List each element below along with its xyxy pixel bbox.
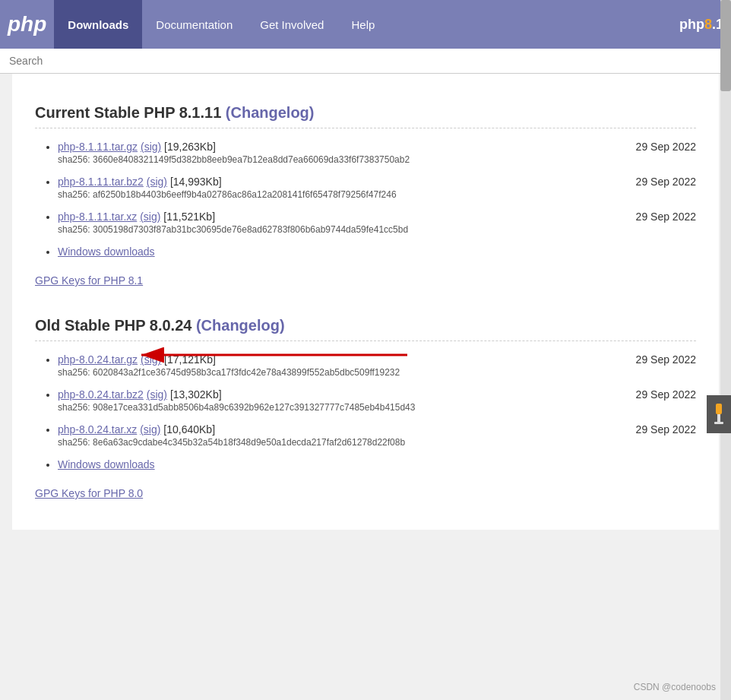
php81-badge: php8.1	[679, 17, 723, 33]
sha256-8024-targz: sha256: 6020843a2f1ce36745d958b3ca17f3fd…	[58, 367, 696, 378]
dl-size-8024-tarbz2: [13,302Kb]	[170, 388, 222, 401]
dl-sig-811-tarxz[interactable]: (sig)	[140, 211, 160, 223]
list-item: php-8.1.11.tar.gz (sig) [19,263Kb] 29 Se…	[58, 141, 696, 165]
dl-size-811-tarbz2: [14,993Kb]	[170, 176, 222, 188]
changelog-link-8024[interactable]: (Changelog)	[196, 317, 285, 334]
dl-link-8024-tarxz[interactable]: php-8.0.24.tar.xz	[58, 423, 137, 436]
list-item: php-8.1.11.tar.bz2 (sig) [14,993Kb] 29 S…	[58, 176, 696, 200]
section-heading-php811: Current Stable PHP 8.1.11 (Changelog)	[35, 104, 696, 122]
gpg-link-811[interactable]: GPG Keys for PHP 8.1	[35, 274, 143, 287]
section-heading-php8024: Old Stable PHP 8.0.24 (Changelog)	[35, 317, 696, 334]
dl-link-8024-targz[interactable]: php-8.0.24.tar.gz	[58, 353, 138, 366]
sha256-811-tarbz2: sha256: af6250b18b4403b6eeff9b4a02786ac8…	[58, 189, 696, 200]
dl-sig-8024-tarxz[interactable]: (sig)	[140, 423, 160, 436]
dl-date-811-tarxz: 29 Sep 2022	[636, 211, 696, 223]
usb-icon	[707, 395, 731, 433]
windows-dl-8024[interactable]: Windows downloads	[58, 458, 155, 470]
dl-size-8024-tarxz: [10,640Kb]	[163, 423, 215, 436]
nav-help[interactable]: Help	[337, 0, 388, 49]
search-bar	[0, 49, 731, 74]
search-input[interactable]	[9, 55, 722, 67]
dl-link-811-tarbz2[interactable]: php-8.1.11.tar.bz2	[58, 176, 144, 188]
windows-dl-811[interactable]: Windows downloads	[58, 245, 155, 258]
dl-size-811-tarxz: [11,521Kb]	[163, 211, 215, 223]
dl-date-8024-targz: 29 Sep 2022	[636, 353, 696, 366]
download-list-811: php-8.1.11.tar.gz (sig) [19,263Kb] 29 Se…	[35, 141, 696, 258]
nav-bar: php Downloads Documentation Get Involved…	[0, 0, 731, 49]
list-item: php-8.0.24.tar.gz (sig) [17,121Kb] 29 Se…	[58, 353, 696, 378]
nav-downloads[interactable]: Downloads	[54, 0, 142, 49]
dl-date-8024-tarxz: 29 Sep 2022	[636, 423, 696, 436]
sha256-811-tarxz: sha256: 3005198d7303f87ab31bc30695de76e8…	[58, 224, 696, 235]
nav-links: Downloads Documentation Get Involved Hel…	[54, 0, 388, 49]
sha256-8024-tarxz: sha256: 8e6a63ac9cdabe4c345b32a54b18f348…	[58, 437, 696, 448]
dl-date-811-tarbz2: 29 Sep 2022	[636, 176, 696, 188]
list-item: Windows downloads	[58, 458, 696, 470]
list-item: Windows downloads	[58, 245, 696, 258]
dl-size-811-targz: [19,263Kb]	[164, 141, 216, 153]
list-item: php-8.1.11.tar.xz (sig) [11,521Kb] 29 Se…	[58, 211, 696, 235]
nav-documentation[interactable]: Documentation	[142, 0, 246, 49]
sha256-811-targz: sha256: 3660e8408321149f5d382bb8eeb9ea7b…	[58, 154, 696, 165]
dl-size-8024-targz: [17,121Kb]	[164, 353, 216, 366]
dl-link-811-targz[interactable]: php-8.1.11.tar.gz	[58, 141, 138, 153]
list-item: php-8.0.24.tar.bz2 (sig) [13,302Kb] 29 S…	[58, 388, 696, 413]
dl-sig-811-targz[interactable]: (sig)	[141, 141, 161, 153]
dl-link-8024-tarbz2[interactable]: php-8.0.24.tar.bz2	[58, 388, 144, 401]
sha256-8024-tarbz2: sha256: 908e17cea331d5abb8506b4a89c6392b…	[58, 402, 696, 413]
php-logo: php	[8, 12, 46, 36]
main-content: Current Stable PHP 8.1.11 (Changelog) ph…	[12, 74, 719, 530]
scrollbar-thumb[interactable]	[720, 0, 731, 91]
nav-get-involved[interactable]: Get Involved	[246, 0, 337, 49]
section-php8024: Old Stable PHP 8.0.24 (Changelog) php-8.…	[35, 317, 696, 515]
list-item: php-8.0.24.tar.xz (sig) [10,640Kb] 29 Se…	[58, 423, 696, 448]
section-php811: Current Stable PHP 8.1.11 (Changelog) ph…	[35, 104, 696, 302]
dl-link-811-tarxz[interactable]: php-8.1.11.tar.xz	[58, 211, 137, 223]
dl-sig-8024-tarbz2[interactable]: (sig)	[147, 388, 167, 401]
download-list-8024: php-8.0.24.tar.gz (sig) [17,121Kb] 29 Se…	[35, 353, 696, 470]
gpg-link-8024[interactable]: GPG Keys for PHP 8.0	[35, 487, 143, 499]
dl-date-811-targz: 29 Sep 2022	[636, 141, 696, 153]
changelog-link-811[interactable]: (Changelog)	[226, 104, 315, 121]
dl-sig-8024-targz[interactable]: (sig)	[141, 353, 161, 366]
svg-rect-6	[714, 422, 723, 424]
svg-rect-4	[716, 404, 722, 414]
scrollbar-track	[720, 0, 731, 530]
dl-sig-811-tarbz2[interactable]: (sig)	[147, 176, 167, 188]
dl-date-8024-tarbz2: 29 Sep 2022	[636, 388, 696, 401]
